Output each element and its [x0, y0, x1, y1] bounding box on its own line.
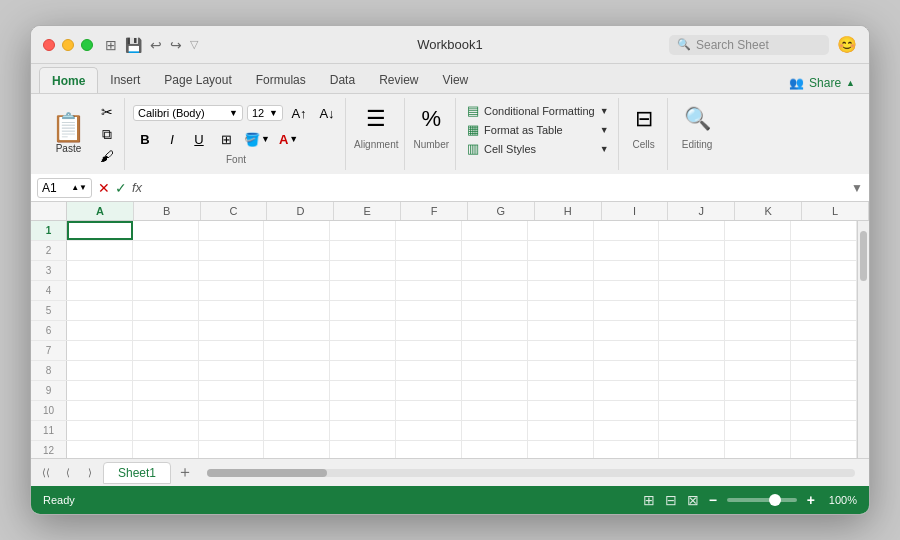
cell-L12[interactable] — [791, 441, 857, 458]
cell-C2[interactable] — [199, 241, 265, 260]
number-button[interactable]: % — [413, 102, 449, 136]
alignment-button[interactable]: ☰ — [358, 102, 394, 136]
cell-K11[interactable] — [725, 421, 791, 440]
cell-J10[interactable] — [659, 401, 725, 420]
vertical-scrollbar[interactable] — [857, 221, 869, 458]
cell-I7[interactable] — [594, 341, 660, 360]
vertical-scroll-thumb[interactable] — [860, 231, 867, 281]
add-sheet-button[interactable]: ＋ — [175, 463, 195, 483]
font-size-selector[interactable]: 12 ▼ — [247, 105, 283, 121]
cell-C5[interactable] — [199, 301, 265, 320]
fill-color-button[interactable]: 🪣 ▼ — [241, 131, 273, 148]
col-header-L[interactable]: L — [802, 202, 869, 220]
cell-F2[interactable] — [396, 241, 462, 260]
cell-L8[interactable] — [791, 361, 857, 380]
cell-E6[interactable] — [330, 321, 396, 340]
cell-E4[interactable] — [330, 281, 396, 300]
col-header-G[interactable]: G — [468, 202, 535, 220]
cell-E3[interactable] — [330, 261, 396, 280]
cell-J8[interactable] — [659, 361, 725, 380]
cell-L4[interactable] — [791, 281, 857, 300]
tab-data[interactable]: Data — [318, 67, 367, 93]
page-break-view-button[interactable]: ⊠ — [687, 492, 699, 508]
window-control-grid[interactable]: ⊞ — [105, 37, 117, 53]
cell-E1[interactable] — [330, 221, 396, 240]
cell-C1[interactable] — [199, 221, 265, 240]
cell-K2[interactable] — [725, 241, 791, 260]
tab-home[interactable]: Home — [39, 67, 98, 93]
tab-view[interactable]: View — [430, 67, 480, 93]
tab-page-layout[interactable]: Page Layout — [152, 67, 243, 93]
cell-A5[interactable] — [67, 301, 133, 320]
cell-I5[interactable] — [594, 301, 660, 320]
window-control-save[interactable]: 💾 — [125, 37, 142, 53]
cell-E8[interactable] — [330, 361, 396, 380]
cell-L3[interactable] — [791, 261, 857, 280]
zoom-slider[interactable] — [727, 498, 797, 502]
cell-D3[interactable] — [264, 261, 330, 280]
cell-L9[interactable] — [791, 381, 857, 400]
zoom-out-button[interactable]: − — [709, 492, 717, 508]
cell-D9[interactable] — [264, 381, 330, 400]
formula-fx[interactable]: fx — [132, 180, 142, 195]
cell-J4[interactable] — [659, 281, 725, 300]
col-header-F[interactable]: F — [401, 202, 468, 220]
sheet-tab-sheet1[interactable]: Sheet1 — [103, 462, 171, 484]
cell-I2[interactable] — [594, 241, 660, 260]
cell-F9[interactable] — [396, 381, 462, 400]
tab-review[interactable]: Review — [367, 67, 430, 93]
format-painter-button[interactable]: 🖌 — [96, 146, 118, 166]
cell-B12[interactable] — [133, 441, 199, 458]
zoom-in-button[interactable]: + — [807, 492, 815, 508]
cell-C9[interactable] — [199, 381, 265, 400]
cell-I11[interactable] — [594, 421, 660, 440]
cell-A10[interactable] — [67, 401, 133, 420]
font-family-selector[interactable]: Calibri (Body) ▼ — [133, 105, 243, 121]
col-header-H[interactable]: H — [535, 202, 602, 220]
col-header-J[interactable]: J — [668, 202, 735, 220]
cell-B5[interactable] — [133, 301, 199, 320]
cell-I12[interactable] — [594, 441, 660, 458]
cell-reference-box[interactable]: A1 ▲▼ — [37, 178, 92, 198]
conditional-formatting-item[interactable]: ▤ Conditional Formatting ▼ — [464, 102, 612, 119]
cell-J11[interactable] — [659, 421, 725, 440]
cell-H2[interactable] — [528, 241, 594, 260]
cell-B10[interactable] — [133, 401, 199, 420]
window-control-more[interactable]: ▽ — [190, 38, 198, 51]
cell-H8[interactable] — [528, 361, 594, 380]
cell-H7[interactable] — [528, 341, 594, 360]
cell-K10[interactable] — [725, 401, 791, 420]
cell-F1[interactable] — [396, 221, 462, 240]
cell-F5[interactable] — [396, 301, 462, 320]
cell-C8[interactable] — [199, 361, 265, 380]
cell-I1[interactable] — [594, 221, 660, 240]
cell-G3[interactable] — [462, 261, 528, 280]
col-header-B[interactable]: B — [134, 202, 201, 220]
cell-A4[interactable] — [67, 281, 133, 300]
cell-G12[interactable] — [462, 441, 528, 458]
cell-C12[interactable] — [199, 441, 265, 458]
bold-button[interactable]: B — [133, 128, 157, 150]
cell-J7[interactable] — [659, 341, 725, 360]
tab-formulas[interactable]: Formulas — [244, 67, 318, 93]
user-icon[interactable]: 😊 — [837, 35, 857, 54]
cell-H3[interactable] — [528, 261, 594, 280]
cell-E10[interactable] — [330, 401, 396, 420]
cell-G5[interactable] — [462, 301, 528, 320]
cell-E7[interactable] — [330, 341, 396, 360]
editing-button[interactable]: 🔍 — [676, 102, 719, 136]
cell-E9[interactable] — [330, 381, 396, 400]
cell-K8[interactable] — [725, 361, 791, 380]
cell-H10[interactable] — [528, 401, 594, 420]
cell-H5[interactable] — [528, 301, 594, 320]
cell-G4[interactable] — [462, 281, 528, 300]
cell-I3[interactable] — [594, 261, 660, 280]
cell-J6[interactable] — [659, 321, 725, 340]
cell-K5[interactable] — [725, 301, 791, 320]
cell-H6[interactable] — [528, 321, 594, 340]
cell-L7[interactable] — [791, 341, 857, 360]
window-control-undo[interactable]: ↩ — [150, 37, 162, 53]
cell-E11[interactable] — [330, 421, 396, 440]
cell-A2[interactable] — [67, 241, 133, 260]
cell-A1[interactable] — [67, 221, 133, 240]
